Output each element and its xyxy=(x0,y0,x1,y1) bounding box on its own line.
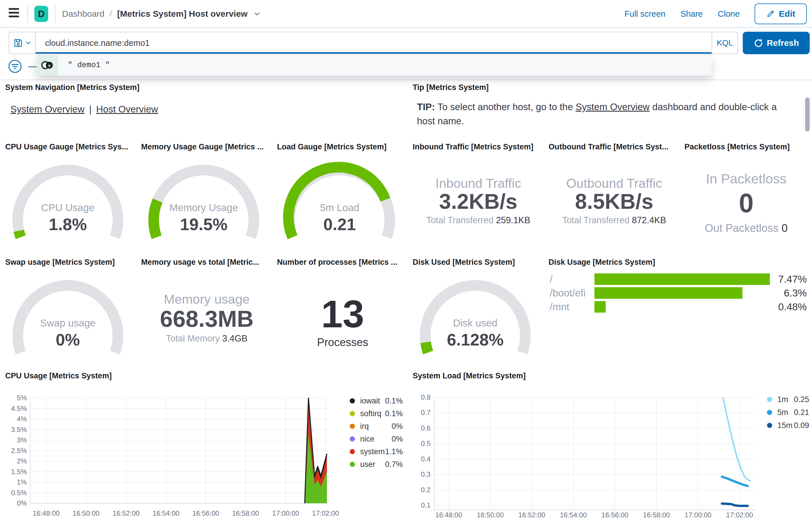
legend-value: 0.7% xyxy=(385,460,403,469)
chevron-down-icon[interactable] xyxy=(253,10,261,18)
system-overview-link[interactable]: System Overview xyxy=(576,101,650,112)
x-axis-tick: 17:02:00 xyxy=(719,511,760,519)
legend-dot xyxy=(350,398,355,403)
x-axis-tick: 17:00:00 xyxy=(678,511,718,519)
legend-value: 0.1% xyxy=(385,409,403,418)
y-axis-tick: 0% xyxy=(5,499,27,507)
panel-title[interactable]: Inbound Traffic [Metrics System] xyxy=(413,142,544,152)
page-title[interactable]: [Metrics System] Host overview xyxy=(117,9,247,19)
menu-icon[interactable] xyxy=(9,8,19,20)
system-navigation-panel: System Navigation [Metrics System] Syste… xyxy=(5,83,403,138)
y-axis-tick: 0.4 xyxy=(413,455,431,463)
legend-item-5m[interactable]: 5m0.21 xyxy=(767,408,809,417)
panel-title[interactable]: Memory Usage Gauge [Metrics ... xyxy=(141,142,272,152)
gauge-label: CPU Usage xyxy=(5,202,131,214)
query-suggestion-popup[interactable]: v " demo1 " xyxy=(37,55,712,76)
panel-title[interactable]: Packetloss [Metrics System] xyxy=(685,142,808,152)
host-overview-link[interactable]: Host Overview xyxy=(96,104,158,115)
legend-item-1m[interactable]: 1m0.25 xyxy=(767,395,809,404)
legend-item-15m[interactable]: 15m0.09 xyxy=(767,421,809,430)
panel-title[interactable]: Disk Usage [Metrics System] xyxy=(549,258,808,267)
y-axis-tick: 2.5% xyxy=(5,447,27,455)
y-axis-tick: 1% xyxy=(5,478,27,486)
sub-label: Total Transferred xyxy=(426,215,493,225)
value-suggestion-icon: v xyxy=(37,55,58,76)
disk-used-panel: Disk Used [Metrics System] Disk used 6.1… xyxy=(413,258,544,373)
remove-filter-icon[interactable] xyxy=(28,66,37,67)
metric-label: Memory usage xyxy=(141,292,272,307)
full-screen-button[interactable]: Full screen xyxy=(625,9,666,19)
kql-language-button[interactable]: KQL xyxy=(712,32,737,54)
panel-title[interactable]: CPU Usage Gauge [Metrics Sys... xyxy=(5,142,137,152)
processes-panel: Number of processes [Metrics ... 13 Proc… xyxy=(277,258,408,373)
panel-title[interactable]: Swap usage [Metrics System] xyxy=(5,258,137,267)
breadcrumb-dashboard[interactable]: Dashboard xyxy=(62,9,104,19)
legend-dot xyxy=(767,397,772,402)
metric-label: Processes xyxy=(277,336,408,349)
panel-title[interactable]: Tip [Metrics System] xyxy=(413,83,808,92)
refresh-button[interactable]: Refresh xyxy=(743,32,810,54)
link-separator: | xyxy=(89,104,92,115)
header-actions: Full screen Share Clone Edit xyxy=(625,0,807,28)
legend-value: 0.21 xyxy=(794,408,809,417)
refresh-button-label: Refresh xyxy=(767,38,799,48)
panel-title[interactable]: Memory usage vs total [Metric... xyxy=(141,258,272,267)
share-button[interactable]: Share xyxy=(680,9,702,19)
usage-bar[interactable] xyxy=(594,287,742,299)
legend-item-nice[interactable]: nice0% xyxy=(350,435,403,443)
y-axis-tick: 4% xyxy=(5,415,27,423)
y-axis-tick: 0.5 xyxy=(413,440,431,447)
legend-item-softirq[interactable]: softirq0.1% xyxy=(350,409,403,418)
cpu-usage-chart-panel: CPU Usage [Metrics System] 5% 4.5% 4% 3.… xyxy=(5,372,402,522)
swap-usage-panel: Swap usage [Metrics System] Swap usage 0… xyxy=(5,258,137,373)
space-avatar[interactable]: D xyxy=(34,6,48,22)
panel-title[interactable]: System Navigation [Metrics System] xyxy=(5,83,403,92)
legend-item-iowait[interactable]: iowait0.1% xyxy=(350,397,403,405)
system-overview-link[interactable]: System Overview xyxy=(11,104,84,115)
edit-button[interactable]: Edit xyxy=(755,3,807,24)
legend-dot xyxy=(350,462,355,467)
refresh-icon xyxy=(753,38,763,47)
outbound-traffic-panel: Outbound Traffic [Metrics Syst... Outbou… xyxy=(549,142,680,258)
panel-title[interactable]: Load Gauge [Metrics System] xyxy=(277,142,408,152)
metric-value: 0 xyxy=(685,188,808,218)
tip-text-before: To select another host, go to the xyxy=(435,101,575,112)
panel-title[interactable]: Outbound Traffic [Metrics Syst... xyxy=(549,142,680,152)
search-input[interactable]: cloud.instance.name:demo1 xyxy=(36,32,712,54)
clone-button[interactable]: Clone xyxy=(718,9,740,19)
panel-title[interactable]: Number of processes [Metrics ... xyxy=(277,258,408,267)
legend-item-user[interactable]: user0.7% xyxy=(350,460,403,469)
saved-query-menu-button[interactable] xyxy=(9,32,36,54)
vertical-scrollbar[interactable] xyxy=(805,98,810,132)
gauge-value: 19.5% xyxy=(141,215,266,234)
disk-usage-row: /boot/efi 6.3% xyxy=(549,287,808,299)
system-load-chart-panel: System Load [Metrics System] 0.8 0.7 0.6… xyxy=(413,372,812,522)
filter-icon[interactable] xyxy=(7,59,22,74)
panel-title[interactable]: Disk Used [Metrics System] xyxy=(413,258,544,267)
breadcrumb: Dashboard / [Metrics System] Host overvi… xyxy=(62,0,261,28)
usage-bar[interactable] xyxy=(594,274,770,285)
legend-label: 5m xyxy=(777,408,788,417)
y-axis-tick: 0.7 xyxy=(413,409,431,417)
inbound-traffic-panel: Inbound Traffic [Metrics System] Inbound… xyxy=(413,142,544,258)
metric-value: 8.5KB/s xyxy=(549,189,680,214)
usage-bar[interactable] xyxy=(594,301,606,313)
legend-dot xyxy=(350,411,355,416)
gauge-value: 0% xyxy=(5,330,131,349)
save-icon xyxy=(13,38,23,48)
y-axis-tick: 0.8 xyxy=(413,394,431,401)
x-axis-tick: 16:52:00 xyxy=(106,509,146,517)
x-axis-tick: 16:48:00 xyxy=(26,509,66,517)
mount-label: / xyxy=(550,274,553,285)
x-axis-tick: 16:52:00 xyxy=(512,511,552,519)
query-text: cloud.instance.name:demo1 xyxy=(45,38,150,48)
x-axis-tick: 16:50:00 xyxy=(66,509,106,517)
suggestion-item[interactable]: " demo1 " xyxy=(58,55,712,76)
tip-panel: Tip [Metrics System] TIP: To select anot… xyxy=(413,83,808,138)
tip-text: TIP: To select another host, go to the S… xyxy=(417,100,792,128)
legend-item-irq[interactable]: irq0% xyxy=(350,422,403,430)
disk-usage-row: / 7.47% xyxy=(549,274,808,285)
sub-label: Total Memory xyxy=(166,334,220,343)
y-axis-tick: 1.5% xyxy=(5,468,27,476)
legend-item-system[interactable]: system1.1% xyxy=(350,447,403,456)
